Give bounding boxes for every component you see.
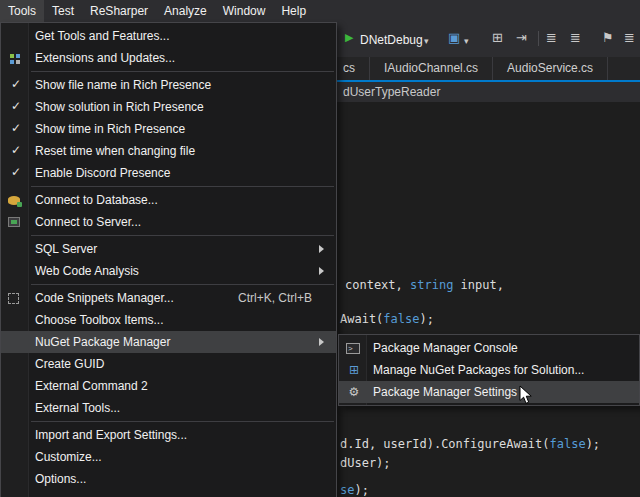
menubar-help[interactable]: Help	[273, 0, 314, 22]
menu-item-choose-toolbox-items[interactable]: Choose Toolbox Items...	[1, 309, 336, 331]
menu-separator	[31, 71, 334, 72]
tab-partial[interactable]: cs	[337, 57, 370, 80]
menu-item-label: Code Snippets Manager...	[35, 291, 174, 305]
menu-item-label: External Tools...	[35, 401, 120, 415]
menu-separator	[31, 284, 334, 285]
profiler-icon[interactable]: ▣	[448, 31, 460, 45]
menubar-test[interactable]: Test	[44, 0, 82, 22]
profiler-caret-icon[interactable]: ▾	[464, 34, 469, 48]
menu-item-external-command-2[interactable]: External Command 2	[1, 375, 336, 397]
menu-item-nuget-package-manager[interactable]: NuGet Package Manager	[1, 331, 336, 353]
submenu-arrow-icon	[319, 338, 324, 346]
menu-item-enable-discord-presence[interactable]: ✓Enable Discord Presence	[1, 162, 336, 184]
submenu-item-manage-nuget-packages-solution[interactable]: ⊞Manage NuGet Packages for Solution...	[339, 359, 639, 381]
menu-item-label: Show solution in Rich Presence	[35, 100, 204, 114]
menu-item-label: Choose Toolbox Items...	[35, 313, 164, 327]
breadcrumb[interactable]: dUserTypeReader	[343, 85, 440, 99]
checkmark-icon: ✓	[8, 99, 24, 113]
database-icon	[8, 196, 20, 205]
snippets-icon	[8, 293, 19, 304]
menubar-resharper[interactable]: ReSharper	[82, 0, 156, 22]
menubar-window[interactable]: Window	[215, 0, 274, 22]
console-icon	[346, 343, 360, 354]
submenu-arrow-icon	[319, 245, 324, 253]
menu-item-label: Connect to Server...	[35, 215, 141, 229]
menu-item-show-time[interactable]: ✓Show time in Rich Presence	[1, 118, 336, 140]
menu-item-label: Extensions and Updates...	[35, 51, 175, 65]
menu-item-show-file-name[interactable]: ✓Show file name in Rich Presence	[1, 74, 336, 96]
submenu-arrow-icon	[319, 267, 324, 275]
menu-item-connect-to-database[interactable]: Connect to Database...	[1, 189, 336, 211]
new-window-icon[interactable]: ⊞	[492, 31, 503, 45]
menu-item-import-export-settings[interactable]: Import and Export Settings...	[1, 424, 336, 446]
code-line: context, string input,	[345, 278, 504, 292]
nuget-package-icon: ⊞	[346, 363, 362, 377]
menu-separator	[31, 421, 334, 422]
menu-item-label: Enable Discord Presence	[35, 166, 170, 180]
menu-item-label: Get Tools and Features...	[35, 29, 170, 43]
task-list-icon[interactable]: ≣	[624, 31, 635, 45]
tools-menu: Get Tools and Features... Extensions and…	[0, 22, 337, 497]
list-outline-icon[interactable]: ≣	[570, 31, 581, 45]
list-members-icon[interactable]: ≣	[546, 31, 557, 45]
menu-item-external-tools[interactable]: External Tools...	[1, 397, 336, 419]
submenu-item-package-manager-console[interactable]: Package Manager Console	[339, 337, 639, 359]
run-config-label[interactable]: DNetDebug	[360, 33, 423, 47]
menu-item-label: Import and Export Settings...	[35, 428, 187, 442]
gear-icon: ⚙	[346, 385, 362, 399]
menu-item-options[interactable]: Options...	[1, 468, 336, 490]
tab-audioservice[interactable]: AudioService.cs	[493, 57, 608, 80]
menu-item-label: Show file name in Rich Presence	[35, 78, 211, 92]
nuget-submenu: Package Manager Console ⊞Manage NuGet Pa…	[338, 334, 640, 406]
menubar-analyze[interactable]: Analyze	[156, 0, 215, 22]
toolbar-separator	[538, 31, 539, 46]
menu-item-reset-time[interactable]: ✓Reset time when changing file	[1, 140, 336, 162]
menu-separator	[31, 235, 334, 236]
code-line: se);	[340, 483, 369, 497]
menubar-tools[interactable]: Tools	[0, 0, 44, 22]
code-line: dUser);	[340, 456, 391, 470]
menu-item-code-snippets-manager[interactable]: Code Snippets Manager...Ctrl+K, Ctrl+B	[1, 287, 336, 309]
menu-item-label: Web Code Analysis	[35, 264, 139, 278]
menu-item-get-tools-and-features[interactable]: Get Tools and Features...	[1, 25, 336, 47]
menu-item-customize[interactable]: Customize...	[1, 446, 336, 468]
menu-item-sql-server[interactable]: SQL Server	[1, 238, 336, 260]
run-config-caret-icon[interactable]: ▾	[424, 34, 429, 48]
menu-item-label: External Command 2	[35, 379, 148, 393]
menu-item-create-guid[interactable]: Create GUID	[1, 353, 336, 375]
mouse-cursor	[519, 385, 533, 405]
menu-item-web-code-analysis[interactable]: Web Code Analysis	[1, 260, 336, 282]
menu-item-label: Customize...	[35, 450, 102, 464]
server-icon	[8, 217, 20, 227]
menu-item-extensions-and-updates[interactable]: Extensions and Updates...	[1, 47, 336, 69]
menu-item-label: Package Manager Console	[373, 341, 518, 355]
menu-item-shortcut: Ctrl+K, Ctrl+B	[238, 291, 312, 305]
submenu-item-package-manager-settings[interactable]: ⚙Package Manager Settings	[339, 381, 639, 403]
checkmark-icon: ✓	[8, 165, 24, 179]
menu-separator	[31, 186, 334, 187]
menu-item-show-solution[interactable]: ✓Show solution in Rich Presence	[1, 96, 336, 118]
menu-item-label: Options...	[35, 472, 86, 486]
start-debug-icon[interactable]: ▶	[345, 31, 353, 45]
bookmark-icon[interactable]: ⚑	[602, 31, 614, 45]
menu-item-label: NuGet Package Manager	[35, 335, 170, 349]
menu-item-label: Connect to Database...	[35, 193, 158, 207]
menu-item-label: Package Manager Settings	[373, 385, 517, 399]
menu-item-connect-to-server[interactable]: Connect to Server...	[1, 211, 336, 233]
checkmark-icon: ✓	[8, 143, 24, 157]
navigate-tab-icon[interactable]: ⇥	[516, 31, 527, 45]
menu-item-label: Reset time when changing file	[35, 144, 195, 158]
menu-item-label: Create GUID	[35, 357, 104, 371]
code-line: d.Id, userId).ConfigureAwait(false);	[340, 437, 600, 451]
menu-item-label: Manage NuGet Packages for Solution...	[373, 363, 584, 377]
app-window: ▶ DNetDebug ▾ ▣ ▾ ⊞ ⇥ ≣ ≣ ⚑ ≣ cs IAudioC…	[0, 0, 640, 497]
menu-item-label: Show time in Rich Presence	[35, 122, 185, 136]
menu-item-label: SQL Server	[35, 242, 97, 256]
extensions-icon	[10, 54, 14, 58]
code-line: Await(false);	[340, 312, 434, 326]
menu-bar: Tools Test ReSharper Analyze Window Help	[0, 0, 640, 22]
tab-iaudiochannel[interactable]: IAudioChannel.cs	[370, 57, 493, 80]
checkmark-icon: ✓	[8, 77, 24, 91]
checkmark-icon: ✓	[8, 121, 24, 135]
